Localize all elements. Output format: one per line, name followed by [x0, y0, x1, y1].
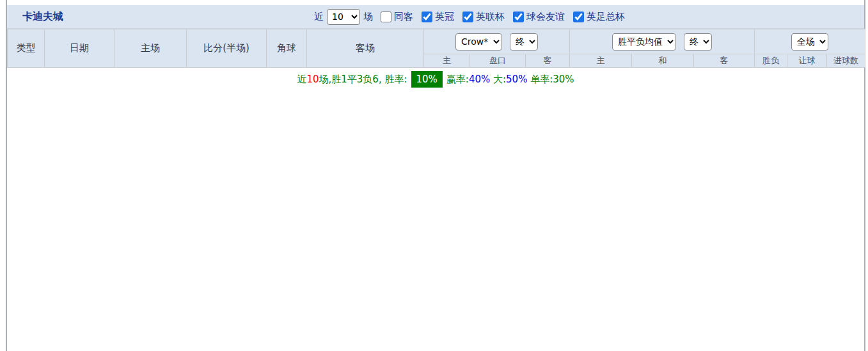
sub-header-handicap: 盘口 — [470, 54, 526, 68]
col-header-away: 客场 — [307, 29, 424, 68]
eng-championship-checkbox[interactable] — [422, 12, 432, 22]
fa-cup-checkbox-label: 英足总杯 — [587, 11, 625, 23]
col-header-corner: 角球 — [267, 29, 307, 68]
sub-header-odds-home: 主 — [424, 54, 470, 68]
title-bar: 卡迪夫城 近 10 场 同客英冠英联杯球会友谊英足总杯 — [7, 5, 864, 29]
sub-header-avg-draw: 和 — [632, 54, 694, 68]
sub-header-result: 胜负 — [755, 54, 787, 68]
filter-checkbox-group: 同客英冠英联杯球会友谊英足总杯 — [376, 11, 626, 23]
col-header-date: 日期 — [45, 29, 114, 68]
eng-league-cup-checkbox-label: 英联杯 — [476, 11, 505, 23]
odds-company-select[interactable]: Crow* — [455, 33, 502, 51]
summary-segment: 大: — [490, 74, 506, 86]
summary-segment: 近 — [297, 74, 306, 86]
col-header-type: 类型 — [8, 29, 45, 68]
avg-odds-select[interactable]: 胜平负均值 — [612, 33, 676, 51]
same-away-checkbox-label: 同客 — [394, 11, 413, 23]
col-header-score: 比分(半场) — [187, 29, 267, 68]
fulltime-select-cell: 全场 — [755, 29, 865, 54]
summary-segment: 40% — [469, 74, 490, 85]
col-header-home: 主场 — [114, 29, 187, 68]
summary-segment: 50% — [506, 74, 527, 85]
summary-segment: 10 — [306, 74, 319, 85]
summary-segment: 赢率: — [446, 74, 469, 86]
eng-league-cup-checkbox[interactable] — [462, 12, 473, 22]
games-label: 场 — [363, 11, 373, 23]
recent-label: 近 — [314, 11, 324, 23]
sub-header-avg-home: 主 — [570, 54, 632, 68]
odds-state-select[interactable]: 终 — [510, 33, 538, 51]
sub-header-goals: 进球数 — [827, 54, 865, 68]
recent-count-select[interactable]: 10 — [327, 9, 360, 25]
summary-segment: 场,胜1平3负6, 胜率: — [319, 74, 407, 86]
summary-footer: 近10场,胜1平3负6, 胜率:10%赢率:40% 大:50% 单率:30% — [7, 68, 864, 91]
sub-header-avg-away: 客 — [694, 54, 755, 68]
club-friendly-checkbox-label: 球会友谊 — [526, 11, 565, 23]
odds-select-cell: Crow* 终 — [424, 29, 570, 54]
win-rate-badge: 10% — [411, 71, 443, 88]
sub-header-odds-away: 客 — [526, 54, 570, 68]
match-table: 类型 日期 主场 比分(半场) 角球 客场 Crow* 终 胜平负均值 — [7, 29, 865, 68]
avg-select-cell: 胜平负均值 终 — [570, 29, 755, 54]
same-away-checkbox[interactable] — [381, 12, 391, 22]
summary-segment: 单率: — [527, 74, 553, 86]
panel-frame: 卡迪夫城 近 10 场 同客英冠英联杯球会友谊英足总杯 类型 — [6, 0, 865, 351]
summary-segment: 30% — [553, 74, 574, 85]
avg-state-select[interactable]: 终 — [684, 33, 712, 51]
club-friendly-checkbox[interactable] — [513, 12, 524, 22]
top-spacer — [7, 0, 864, 5]
filter-controls: 近 10 场 同客英冠英联杯球会友谊英足总杯 — [314, 9, 864, 25]
page-title: 卡迪夫城 — [7, 10, 63, 24]
eng-championship-checkbox-label: 英冠 — [435, 11, 454, 23]
sub-header-handicap-result: 让球 — [787, 54, 827, 68]
fulltime-select[interactable]: 全场 — [791, 33, 828, 51]
fa-cup-checkbox[interactable] — [573, 12, 584, 22]
match-history-panel: 卡迪夫城 近 10 场 同客英冠英联杯球会友谊英足总杯 类型 — [0, 0, 868, 351]
